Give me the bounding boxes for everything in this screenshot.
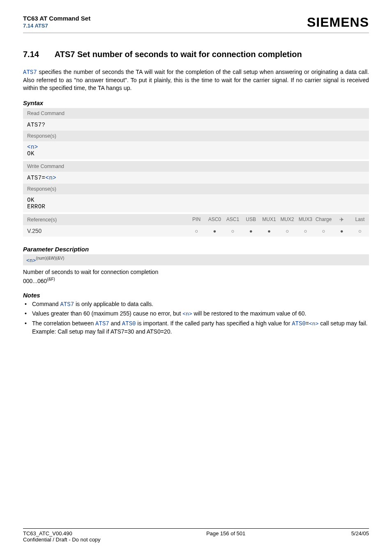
write-command-label: Write Command bbox=[23, 161, 369, 172]
col-airplane-icon: ✈ bbox=[333, 214, 351, 225]
doc-title: TC63 AT Command Set bbox=[23, 15, 90, 22]
header-left: TC63 AT Command Set 7.14 ATS7 bbox=[23, 15, 90, 29]
reference-columns: PIN ASC0 ASC1 USB MUX1 MUX2 MUX3 Charge … bbox=[187, 214, 369, 225]
read-command-text: ATS7? bbox=[27, 122, 46, 128]
note-1-link[interactable]: ATS7 bbox=[60, 301, 74, 308]
param-range: 000...060(&F) bbox=[23, 277, 369, 284]
response-ok-1: OK bbox=[27, 150, 365, 157]
dot-airplane: ● bbox=[333, 225, 351, 237]
note-1-a: Command bbox=[32, 301, 60, 307]
page-footer: TC63_ATC_V00.490 Confidential / Draft - … bbox=[23, 528, 369, 543]
param-tags: (num)(&W)(&V) bbox=[36, 256, 64, 260]
note-3-b: and bbox=[109, 320, 122, 327]
dot-mux2: ○ bbox=[278, 225, 296, 237]
note-3-d: call setup may fail. bbox=[318, 320, 367, 327]
note-3-link1[interactable]: ATS7 bbox=[95, 320, 109, 327]
write-command-param[interactable]: <n> bbox=[46, 175, 57, 181]
reference-value-row: V.250 ○ ● ○ ● ● ○ ○ ○ ● ○ bbox=[23, 225, 369, 237]
doc-subtitle: 7.14 ATS7 bbox=[23, 23, 90, 29]
response-label-1: Response(s) bbox=[23, 131, 369, 141]
ats7-link[interactable]: ATS7 bbox=[23, 69, 37, 76]
col-asc0: ASC0 bbox=[205, 214, 224, 225]
reference-dots: ○ ● ○ ● ● ○ ○ ○ ● ○ bbox=[187, 225, 369, 237]
dot-asc0: ● bbox=[205, 225, 224, 237]
param-range-value: 000...060 bbox=[23, 278, 47, 284]
note-1: Command ATS7 is only applicable to data … bbox=[24, 300, 369, 309]
footer-left: TC63_ATC_V00.490 Confidential / Draft - … bbox=[23, 530, 101, 543]
write-command-prefix: ATS7= bbox=[27, 175, 46, 181]
response-error: ERROR bbox=[27, 203, 365, 210]
note-3-link4[interactable]: <n> bbox=[309, 321, 318, 327]
write-response: OK ERROR bbox=[23, 194, 369, 212]
section-heading: 7.14 ATS7 Set number of seconds to wait … bbox=[23, 50, 369, 59]
reference-header-row: Reference(s) PIN ASC0 ASC1 USB MUX1 MUX2… bbox=[23, 214, 369, 225]
notes-heading: Notes bbox=[23, 292, 369, 299]
col-asc1: ASC1 bbox=[224, 214, 242, 225]
dot-pin: ○ bbox=[187, 225, 205, 237]
param-range-sup: (&F) bbox=[47, 277, 55, 281]
intro-paragraph: ATS7 specifies the number of seconds the… bbox=[23, 68, 369, 92]
page-header: TC63 AT Command Set 7.14 ATS7 SIEMENS bbox=[23, 15, 369, 33]
col-pin: PIN bbox=[187, 214, 205, 225]
param-name[interactable]: <n> bbox=[26, 258, 36, 264]
note-3: The correlation between ATS7 and ATS0 is… bbox=[24, 320, 369, 336]
footer-version: TC63_ATC_V00.490 bbox=[23, 530, 72, 537]
response-ok-2: OK bbox=[27, 197, 365, 203]
param-description: Number of seconds to wait for connection… bbox=[23, 269, 369, 275]
reference-label: Reference(s) bbox=[23, 214, 187, 225]
reference-value: V.250 bbox=[23, 225, 187, 237]
dot-charge: ○ bbox=[314, 225, 332, 237]
dot-usb: ● bbox=[242, 225, 260, 237]
read-command: ATS7? bbox=[23, 119, 369, 131]
response-n: <n> bbox=[27, 144, 365, 150]
notes-list: Command ATS7 is only applicable to data … bbox=[23, 300, 369, 336]
note-3-c: is important. If the called party has sp… bbox=[136, 320, 292, 327]
note-2-b: will be restored to the maximum value of… bbox=[192, 310, 307, 317]
note-3-eq: = bbox=[306, 320, 309, 327]
dot-mux1: ● bbox=[260, 225, 278, 237]
read-command-label: Read Command bbox=[23, 108, 369, 119]
col-mux2: MUX2 bbox=[278, 214, 296, 225]
col-last: Last bbox=[351, 214, 369, 225]
col-usb: USB bbox=[242, 214, 260, 225]
read-response: <n> OK bbox=[23, 141, 369, 159]
note-3-link3[interactable]: ATS0 bbox=[292, 320, 306, 327]
dot-last: ○ bbox=[351, 225, 369, 237]
dot-mux3: ○ bbox=[296, 225, 314, 237]
parameter-heading: Parameter Description bbox=[23, 246, 369, 253]
note-3-e: Example: Call setup may fail if ATS7=30 … bbox=[32, 328, 172, 335]
note-3-link2[interactable]: ATS0 bbox=[122, 320, 136, 327]
footer-page: Page 156 of 501 bbox=[101, 530, 351, 543]
response-label-2: Response(s) bbox=[23, 184, 369, 194]
note-1-b: is only applicable to data calls. bbox=[74, 301, 153, 307]
brand-logo: SIEMENS bbox=[307, 15, 369, 30]
note-3-a: The correlation between bbox=[32, 320, 95, 327]
note-2: Values greater than 60 (maximum 255) cau… bbox=[24, 310, 369, 318]
syntax-heading: Syntax bbox=[23, 99, 369, 106]
parameter-bar: <n>(num)(&W)(&V) bbox=[23, 254, 369, 265]
col-mux3: MUX3 bbox=[296, 214, 314, 225]
footer-confidential: Confidential / Draft - Do not copy bbox=[23, 537, 101, 543]
col-charge: Charge bbox=[314, 214, 332, 225]
dot-asc1: ○ bbox=[224, 225, 242, 237]
syntax-block: Read Command ATS7? Response(s) <n> OK Wr… bbox=[23, 108, 369, 237]
section-title-text: ATS7 Set number of seconds to wait for c… bbox=[55, 50, 302, 59]
footer-date: 5/24/05 bbox=[351, 530, 369, 543]
write-command: ATS7=<n> bbox=[23, 172, 369, 184]
note-2-link[interactable]: <n> bbox=[182, 311, 192, 317]
intro-text: specifies the number of seconds the TA w… bbox=[23, 69, 369, 91]
col-mux1: MUX1 bbox=[260, 214, 278, 225]
note-2-a: Values greater than 60 (maximum 255) cau… bbox=[32, 310, 182, 317]
section-number: 7.14 bbox=[23, 50, 53, 59]
